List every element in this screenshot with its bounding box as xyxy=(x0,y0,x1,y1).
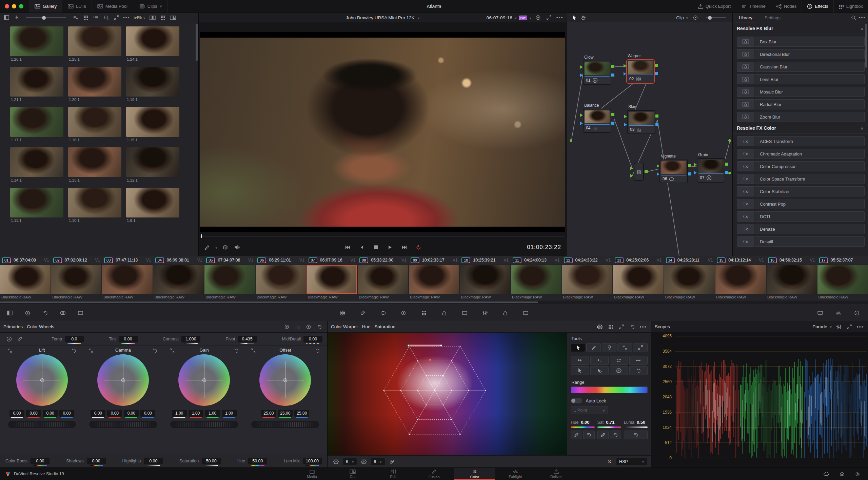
timeline-clip-thumbnail[interactable] xyxy=(715,265,766,294)
fx-item-box-blur[interactable]: Box Blur xyxy=(737,37,865,47)
enhanced-viewer-icon[interactable] xyxy=(534,14,542,21)
tracker-palette-icon[interactable] xyxy=(399,309,408,317)
hue-reset-button[interactable] xyxy=(583,431,595,439)
proxy-badge[interactable]: PXY xyxy=(519,16,527,20)
audio-mute-icon[interactable] xyxy=(233,244,242,251)
warper-options-icon[interactable]: ••• xyxy=(639,323,648,331)
log-mode-icon[interactable] xyxy=(304,323,313,331)
node-zoom-icon[interactable] xyxy=(691,14,700,21)
gallery-still[interactable]: 1.25.1 xyxy=(68,26,121,63)
node-key-input[interactable] xyxy=(580,74,583,77)
node-key-output[interactable] xyxy=(655,72,658,75)
param-value[interactable]: 100.00 xyxy=(303,458,322,464)
node-rgb-input[interactable] xyxy=(580,113,583,117)
wheel-channel-value[interactable]: 0.00 xyxy=(91,410,105,417)
thumbnail-size-slider[interactable] xyxy=(26,17,66,18)
sizing-palette-icon[interactable] xyxy=(480,309,489,317)
color-space-cube-icon[interactable] xyxy=(605,458,614,465)
wheel-reset-icon[interactable] xyxy=(72,348,76,353)
timeline-clip-thumbnail[interactable] xyxy=(51,265,102,294)
timeline-scrollbar[interactable] xyxy=(0,301,868,304)
scope-mode-select[interactable]: Parade∨ xyxy=(812,324,832,329)
sat-reset-button[interactable] xyxy=(610,431,621,439)
master-wheel-dial[interactable] xyxy=(89,421,157,428)
play-button[interactable] xyxy=(386,244,395,251)
sat-steps-icon[interactable] xyxy=(359,458,368,465)
timeline-clip-header[interactable]: 0706:07:09:16V1 xyxy=(307,257,358,263)
master-wheel-dial[interactable] xyxy=(251,421,319,428)
reset-selection-button[interactable] xyxy=(629,366,648,375)
timeline-clip-header[interactable]: 1504:13:12:14V1 xyxy=(715,257,766,263)
stereo-palette-icon[interactable] xyxy=(501,309,510,317)
timeline-clip-thumbnail[interactable] xyxy=(256,265,306,294)
reset-primaries-icon[interactable] xyxy=(315,323,324,331)
wheels-mode-icon[interactable] xyxy=(282,323,291,331)
workspace-tab-media-pool[interactable]: Media Pool xyxy=(92,0,133,13)
timeline-clip-thumbnail[interactable] xyxy=(460,265,510,294)
gallery-still[interactable]: 1.26.1 xyxy=(10,26,63,63)
still-thumbnail[interactable] xyxy=(68,26,121,56)
node-rgb-output[interactable] xyxy=(688,164,691,167)
key-palette-icon[interactable] xyxy=(460,309,469,317)
scope-expand-icon[interactable] xyxy=(845,323,854,331)
timeline-clip-header[interactable]: 0406:09:38:01V1 xyxy=(153,257,204,263)
viewer-video[interactable] xyxy=(200,32,565,232)
node-key-output[interactable] xyxy=(655,123,658,126)
warper-pointer-tool[interactable] xyxy=(571,343,585,352)
fx-item-mosaic-blur[interactable]: Mosaic Blur xyxy=(737,87,865,97)
node-rgb-output[interactable] xyxy=(611,65,614,68)
qualifier-palette-icon[interactable] xyxy=(358,309,367,317)
wheel-reset-icon[interactable] xyxy=(234,348,239,353)
fx-item-radial-blur[interactable]: Radial Blur xyxy=(737,99,865,109)
sat-feather-button[interactable] xyxy=(597,431,609,439)
warper-expand-tool[interactable] xyxy=(633,343,648,352)
gallery-still[interactable]: 1.20.1 xyxy=(68,67,121,104)
page-tab-media[interactable]: Media xyxy=(292,468,332,480)
split-view-icon[interactable] xyxy=(148,14,157,21)
viewer-scrubber[interactable] xyxy=(200,234,565,238)
warper-reset-icon[interactable] xyxy=(628,323,637,331)
timeline-clip-thumbnail[interactable] xyxy=(102,265,153,294)
luma-reset-button[interactable] xyxy=(624,431,648,439)
wheel-channel-value[interactable]: 0.00 xyxy=(9,410,24,417)
crosshair-icon[interactable] xyxy=(251,348,256,353)
workspace-tab-luts[interactable]: LUTs xyxy=(62,0,92,13)
fx-item-dctl[interactable]: DCTL xyxy=(737,211,865,222)
color-wheel[interactable] xyxy=(178,354,230,406)
settings-gear-icon[interactable] xyxy=(853,470,862,478)
go-to-end-button[interactable] xyxy=(400,244,409,251)
point-pair-button[interactable] xyxy=(629,356,648,365)
wheel-channel-value[interactable]: 0.00 xyxy=(124,410,139,417)
still-thumbnail[interactable] xyxy=(68,188,121,217)
viewer-options-icon[interactable]: ••• xyxy=(555,14,564,21)
menubar-button-timeline[interactable]: Timeline xyxy=(736,0,771,13)
node-key-input[interactable] xyxy=(624,72,626,76)
timeline-clip-header[interactable]: 0207:02:09:12V1 xyxy=(51,257,102,263)
blur-palette-icon[interactable] xyxy=(440,309,449,317)
hue-feather-button[interactable] xyxy=(571,431,582,439)
timeline-clip-header[interactable]: 0106:37:04:08V1 xyxy=(0,257,51,263)
timeline-clip-header[interactable]: 0910:02:33:17V1 xyxy=(409,257,460,263)
timeline-clip-header[interactable]: 0606:29:11:01V1 xyxy=(255,257,307,263)
node-rgb-output[interactable] xyxy=(655,114,658,118)
wheel-channel-value[interactable]: 1.00 xyxy=(172,410,187,417)
wheel-channel-value[interactable]: 0.00 xyxy=(59,410,74,417)
white-balance-picker-icon[interactable] xyxy=(16,335,24,343)
still-thumbnail[interactable] xyxy=(126,188,179,217)
timeline-clip-thumbnail[interactable] xyxy=(817,265,868,294)
timeline-clip-thumbnail[interactable] xyxy=(664,265,715,294)
node-key-input[interactable] xyxy=(657,172,659,176)
pan-tool-icon[interactable] xyxy=(579,14,588,21)
warper-draw-tool[interactable] xyxy=(586,343,601,352)
color-warper-palette-icon[interactable] xyxy=(338,309,347,317)
expand-icon[interactable] xyxy=(112,14,121,21)
sat-value[interactable]: 0.71 xyxy=(606,420,614,425)
node-rgb-input[interactable] xyxy=(694,163,697,166)
still-thumbnail[interactable] xyxy=(10,107,63,137)
list-view-icon[interactable] xyxy=(92,14,100,21)
timeline-clip-header[interactable]: 1104:24:00:13V1 xyxy=(511,257,562,263)
wheel-channel-value[interactable]: 1.00 xyxy=(189,410,203,417)
fx-item-aces-transform[interactable]: ACES Transform xyxy=(737,136,865,146)
timeline-clip-header[interactable]: 1304:25:02:06V1 xyxy=(613,257,664,263)
timeline-clip-header[interactable]: 1604:56:32:15V1 xyxy=(766,257,817,263)
